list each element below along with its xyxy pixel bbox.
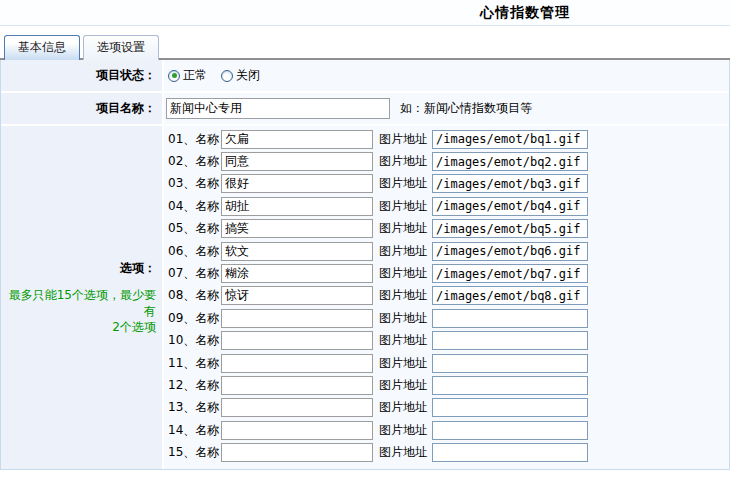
option-row: 12、名称图片地址 <box>167 374 588 396</box>
image-url-label: 图片地址 <box>379 422 427 439</box>
option-name-input[interactable] <box>221 354 373 373</box>
option-row: 05、名称图片地址 <box>167 218 588 240</box>
project-name-hint: 如：新闻心情指数项目等 <box>400 100 532 117</box>
option-number-label: 11、名称 <box>167 355 221 372</box>
image-url-input[interactable] <box>432 354 588 373</box>
option-name-input[interactable] <box>221 398 373 417</box>
status-radio-option-0[interactable]: 正常 <box>168 67 207 84</box>
option-number-label: 03、名称 <box>167 175 221 192</box>
image-url-label: 图片地址 <box>379 153 427 170</box>
status-radio-label: 正常 <box>183 67 207 84</box>
form-panel: 项目状态： 正常关闭 项目名称： 如：新闻心情指数项目等 选项： 最多只能15个… <box>0 60 730 470</box>
radio-unselected-icon[interactable] <box>221 70 233 82</box>
status-radio-option-1[interactable]: 关闭 <box>221 67 260 84</box>
option-number-label: 02、名称 <box>167 153 221 170</box>
page-header: 心情指数管理 <box>0 0 730 26</box>
image-url-label: 图片地址 <box>379 444 427 461</box>
project-status-row: 项目状态： 正常关闭 <box>1 60 729 93</box>
option-row: 14、名称图片地址 <box>167 419 588 441</box>
image-url-input[interactable] <box>432 309 588 328</box>
option-name-input[interactable] <box>221 152 373 171</box>
image-url-label: 图片地址 <box>379 131 427 148</box>
project-status-label-cell: 项目状态： <box>1 60 164 91</box>
option-number-label: 06、名称 <box>167 243 221 260</box>
status-radio-label: 关闭 <box>236 67 260 84</box>
image-url-input[interactable] <box>432 130 588 149</box>
option-name-input[interactable] <box>221 331 373 350</box>
image-url-label: 图片地址 <box>379 377 427 394</box>
option-number-label: 01、名称 <box>167 131 221 148</box>
option-row: 08、名称图片地址 <box>167 285 588 307</box>
image-url-input[interactable] <box>432 242 588 261</box>
project-name-row: 项目名称： 如：新闻心情指数项目等 <box>1 93 729 126</box>
option-name-input[interactable] <box>221 443 373 462</box>
option-name-input[interactable] <box>221 174 373 193</box>
option-number-label: 04、名称 <box>167 198 221 215</box>
option-row: 06、名称图片地址 <box>167 240 588 262</box>
option-name-input[interactable] <box>221 219 373 238</box>
option-name-input[interactable] <box>221 197 373 216</box>
image-url-label: 图片地址 <box>379 175 427 192</box>
image-url-input[interactable] <box>432 443 588 462</box>
image-url-input[interactable] <box>432 286 588 305</box>
tab-option-settings[interactable]: 选项设置 <box>83 35 159 60</box>
image-url-label: 图片地址 <box>379 310 427 327</box>
options-value-cell: 01、名称图片地址02、名称图片地址03、名称图片地址04、名称图片地址05、名… <box>164 126 729 469</box>
option-row: 11、名称图片地址 <box>167 352 588 374</box>
options-list: 01、名称图片地址02、名称图片地址03、名称图片地址04、名称图片地址05、名… <box>164 126 588 467</box>
option-number-label: 14、名称 <box>167 422 221 439</box>
image-url-input[interactable] <box>432 152 588 171</box>
tab-bar: 基本信息选项设置 <box>0 35 730 60</box>
option-row: 01、名称图片地址 <box>167 128 588 150</box>
option-number-label: 13、名称 <box>167 399 221 416</box>
option-row: 02、名称图片地址 <box>167 150 588 172</box>
image-url-input[interactable] <box>432 331 588 350</box>
image-url-input[interactable] <box>432 421 588 440</box>
option-name-input[interactable] <box>221 286 373 305</box>
option-name-input[interactable] <box>221 264 373 283</box>
options-label-cell: 选项： 最多只能15个选项，最少要有 2个选项 <box>1 126 164 469</box>
option-row: 15、名称图片地址 <box>167 441 588 463</box>
image-url-input[interactable] <box>432 219 588 238</box>
image-url-label: 图片地址 <box>379 332 427 349</box>
project-status-value-cell: 正常关闭 <box>164 60 729 91</box>
option-number-label: 10、名称 <box>167 332 221 349</box>
option-row: 09、名称图片地址 <box>167 307 588 329</box>
options-row: 选项： 最多只能15个选项，最少要有 2个选项 01、名称图片地址02、名称图片… <box>1 126 729 469</box>
option-name-input[interactable] <box>221 376 373 395</box>
tab-basic-info[interactable]: 基本信息 <box>4 35 80 60</box>
option-number-label: 07、名称 <box>167 265 221 282</box>
image-url-label: 图片地址 <box>379 399 427 416</box>
option-number-label: 09、名称 <box>167 310 221 327</box>
image-url-label: 图片地址 <box>379 287 427 304</box>
project-name-label-cell: 项目名称： <box>1 93 164 124</box>
option-number-label: 05、名称 <box>167 220 221 237</box>
option-name-input[interactable] <box>221 309 373 328</box>
option-row: 10、名称图片地址 <box>167 330 588 352</box>
options-hint-line1: 最多只能15个选项，最少要有 <box>1 287 156 319</box>
option-name-input[interactable] <box>221 130 373 149</box>
image-url-label: 图片地址 <box>379 198 427 215</box>
options-hint-line2: 2个选项 <box>112 319 156 335</box>
option-number-label: 15、名称 <box>167 444 221 461</box>
project-status-label: 项目状态： <box>96 67 156 84</box>
image-url-input[interactable] <box>432 376 588 395</box>
project-name-value-cell: 如：新闻心情指数项目等 <box>164 93 729 124</box>
option-row: 07、名称图片地址 <box>167 262 588 284</box>
project-name-input[interactable] <box>166 98 390 119</box>
image-url-label: 图片地址 <box>379 355 427 372</box>
image-url-input[interactable] <box>432 264 588 283</box>
option-row: 04、名称图片地址 <box>167 195 588 217</box>
image-url-input[interactable] <box>432 398 588 417</box>
project-name-label: 项目名称： <box>96 100 156 117</box>
options-label: 选项： <box>120 260 156 277</box>
mood-index-admin-page: 心情指数管理 基本信息选项设置 项目状态： 正常关闭 项目名称： 如：新闻心情指… <box>0 0 730 478</box>
page-title: 心情指数管理 <box>0 0 730 24</box>
option-name-input[interactable] <box>221 421 373 440</box>
radio-selected-icon[interactable] <box>168 70 180 82</box>
option-number-label: 08、名称 <box>167 287 221 304</box>
image-url-input[interactable] <box>432 197 588 216</box>
option-name-input[interactable] <box>221 242 373 261</box>
image-url-input[interactable] <box>432 174 588 193</box>
image-url-label: 图片地址 <box>379 243 427 260</box>
